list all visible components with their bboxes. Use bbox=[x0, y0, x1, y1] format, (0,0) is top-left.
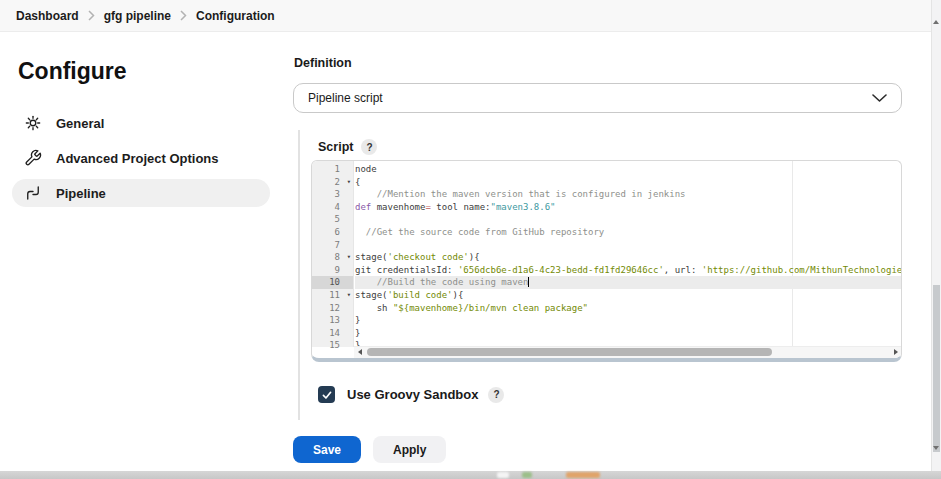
gutter-line[interactable]: 8▾ bbox=[312, 251, 353, 264]
sidebar-item-general[interactable]: General bbox=[12, 109, 270, 137]
gutter-line[interactable]: 14 bbox=[312, 327, 353, 340]
gutter-line[interactable]: 6 bbox=[312, 226, 353, 239]
code-line[interactable]: } bbox=[355, 327, 901, 340]
code-line[interactable]: { bbox=[355, 176, 901, 189]
page-scrollbar-thumb[interactable] bbox=[933, 285, 940, 452]
breadcrumb: Dashboard gfg pipeline Configuration bbox=[0, 0, 941, 32]
apply-button[interactable]: Apply bbox=[373, 436, 446, 463]
gutter-line[interactable]: 15 bbox=[312, 339, 353, 352]
save-button[interactable]: Save bbox=[293, 436, 361, 463]
breadcrumb-dashboard[interactable]: Dashboard bbox=[16, 9, 79, 23]
definition-label: Definition bbox=[294, 56, 352, 70]
code-line[interactable]: def mavenhome= tool name:"maven3.8.6" bbox=[355, 201, 901, 214]
sidebar-item-label: Advanced Project Options bbox=[56, 151, 219, 166]
script-label: Script bbox=[318, 140, 353, 154]
gutter-line[interactable]: 1 bbox=[312, 163, 353, 176]
gutter-line[interactable]: 12 bbox=[312, 302, 353, 315]
text-cursor bbox=[528, 277, 529, 287]
code-line[interactable] bbox=[355, 213, 901, 226]
taskbar-icon bbox=[497, 472, 509, 478]
definition-select-value: Pipeline script bbox=[308, 91, 383, 105]
gear-icon bbox=[24, 114, 42, 132]
wrench-icon bbox=[24, 149, 42, 167]
gutter-line[interactable]: 7 bbox=[312, 239, 353, 252]
groovy-sandbox-label: Use Groovy Sandbox bbox=[347, 387, 478, 402]
chevron-right-icon bbox=[88, 10, 95, 21]
scroll-down-icon[interactable] bbox=[933, 450, 939, 468]
code-line[interactable]: node bbox=[355, 163, 901, 176]
gutter-line[interactable]: 2▾ bbox=[312, 176, 353, 189]
breadcrumb-configuration[interactable]: Configuration bbox=[196, 9, 275, 23]
script-help-button[interactable]: ? bbox=[361, 139, 377, 155]
code-line[interactable]: git credentialsId: '656dcb6e-d1a6-4c23-b… bbox=[355, 264, 901, 277]
editor-code-area[interactable]: node{ //Mention the maven version that i… bbox=[355, 161, 901, 347]
scroll-left-icon[interactable] bbox=[354, 347, 365, 357]
editor-hscroll-thumb[interactable] bbox=[367, 348, 772, 356]
fold-toggle-icon[interactable]: ▾ bbox=[347, 251, 351, 264]
sidebar-item-label: Pipeline bbox=[56, 186, 106, 201]
taskbar-icon bbox=[522, 472, 532, 478]
sidebar-item-advanced-project-options[interactable]: Advanced Project Options bbox=[12, 144, 270, 172]
gutter-line[interactable]: 10 bbox=[312, 276, 353, 289]
definition-select[interactable]: Pipeline script bbox=[293, 83, 902, 113]
chevron-down-icon bbox=[872, 94, 887, 103]
gutter-line[interactable]: 4 bbox=[312, 201, 353, 214]
page-title: Configure bbox=[18, 58, 282, 85]
groovy-sandbox-checkbox[interactable] bbox=[318, 386, 335, 403]
gutter-line[interactable]: 9 bbox=[312, 264, 353, 277]
form-actions: Save Apply bbox=[293, 436, 458, 463]
scroll-right-icon[interactable] bbox=[890, 347, 901, 357]
taskbar-edge bbox=[0, 471, 941, 479]
script-code-editor[interactable]: 12▾345678▾91011▾12131415 node{ //Mention… bbox=[311, 160, 902, 362]
breadcrumb-job[interactable]: gfg pipeline bbox=[104, 9, 171, 23]
script-header: Script ? bbox=[318, 139, 377, 155]
gutter-line[interactable]: 3 bbox=[312, 188, 353, 201]
code-line[interactable]: //Build the code using maven bbox=[355, 276, 901, 289]
groovy-sandbox-row: Use Groovy Sandbox ? bbox=[318, 386, 504, 403]
code-line[interactable]: //Mention the maven version that is conf… bbox=[355, 188, 901, 201]
page-scrollbar[interactable] bbox=[931, 0, 941, 471]
gutter-line[interactable]: 5 bbox=[312, 213, 353, 226]
sidebar-item-label: General bbox=[56, 116, 104, 131]
code-line[interactable]: stage('build code'){ bbox=[355, 289, 901, 302]
gutter-line[interactable]: 13 bbox=[312, 314, 353, 327]
taskbar-icon bbox=[566, 472, 600, 478]
chevron-right-icon bbox=[180, 10, 187, 21]
fold-toggle-icon[interactable]: ▾ bbox=[347, 176, 351, 189]
fold-toggle-icon[interactable]: ▾ bbox=[347, 289, 351, 302]
code-line[interactable] bbox=[355, 239, 901, 252]
code-line[interactable]: //Get the source code from GitHub reposi… bbox=[355, 226, 901, 239]
section-indent-line bbox=[298, 130, 300, 420]
config-sidebar: Configure General Advanced Project Optio bbox=[0, 32, 282, 214]
sidebar-menu: General Advanced Project Options Pipelin… bbox=[0, 109, 282, 207]
gutter-line[interactable]: 11▾ bbox=[312, 289, 353, 302]
code-line[interactable]: stage('checkout code'){ bbox=[355, 251, 901, 264]
pipeline-config-panel: Definition Pipeline script Script ? 12▾3… bbox=[293, 32, 902, 472]
scroll-up-icon[interactable] bbox=[933, 3, 939, 21]
code-line[interactable]: sh "${mavenhome}/bin/mvn clean package" bbox=[355, 302, 901, 315]
check-icon bbox=[321, 389, 333, 401]
groovy-sandbox-help-button[interactable]: ? bbox=[488, 387, 504, 403]
sidebar-item-pipeline[interactable]: Pipeline bbox=[12, 179, 270, 207]
pipeline-icon bbox=[24, 184, 42, 202]
code-line[interactable]: } bbox=[355, 314, 901, 327]
editor-gutter: 12▾345678▾91011▾12131415 bbox=[312, 161, 354, 347]
editor-horizontal-scrollbar[interactable] bbox=[354, 346, 901, 358]
